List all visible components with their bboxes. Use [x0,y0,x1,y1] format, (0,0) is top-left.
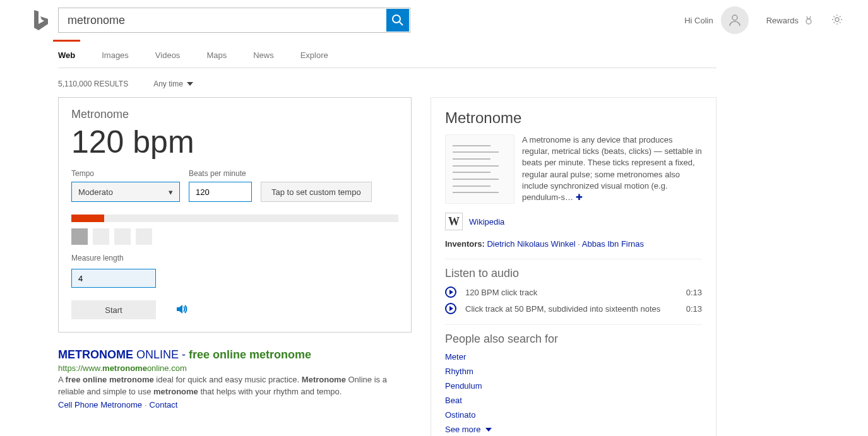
result-sublinks: Cell Phone Metronome·Contact [58,400,412,409]
progress-fill [71,215,104,222]
expand-description[interactable]: ✚ [576,192,583,202]
tab-explore[interactable]: Explore [300,50,328,68]
bpm-label: Beats per minute [189,169,252,178]
tabs-wrap: WebImagesVideosMapsNewsExplore 5,110,000… [58,50,868,88]
pas-link[interactable]: Meter [445,352,702,362]
tempo-label: Tempo [71,169,180,178]
bpm-input[interactable] [189,182,252,202]
header-right: Hi Colin Rewards [684,6,843,34]
start-button[interactable]: Start [71,300,156,319]
pas-link[interactable]: Ostinato [445,410,702,420]
user-greeting[interactable]: Hi Colin [684,6,749,34]
wikipedia-link[interactable]: Wikipedia [469,217,504,227]
metronome-title: Metronome [71,108,398,121]
svg-line-10 [840,22,841,23]
inventor-link[interactable]: Abbas Ibn Firnas [582,239,644,249]
right-column: Metronome A metronome is any device that… [431,97,716,436]
audio-title: 120 BPM click track [465,288,537,297]
divider [445,324,702,325]
kp-inventors: Inventors: Dietrich Nikolaus Winkel · Ab… [445,239,702,249]
sound-toggle[interactable] [175,302,189,318]
rewards-label: Rewards [766,16,799,25]
results-meta: 5,110,000 RESULTS Any time [58,80,868,88]
sublink[interactable]: Contact [150,400,178,409]
tab-news[interactable]: News [253,50,274,68]
settings-button[interactable] [831,14,843,27]
kp-top: A metronome is any device that produces … [445,134,702,204]
beat-indicators [71,228,398,245]
beat-box [114,228,131,245]
svg-point-4 [835,18,839,21]
audio-row: Click track at 50 BPM, subdivided into s… [445,303,702,314]
result-link[interactable]: METRONOME ONLINE - free online metronome [58,348,311,361]
header: Hi Colin Rewards [0,0,868,34]
search-input[interactable] [59,8,386,32]
audio-section-title: Listen to audio [445,267,702,280]
svg-line-9 [834,16,835,17]
gear-icon [831,14,843,25]
speaker-icon [175,302,189,316]
result-cite: https://www.metronomeonline.com [58,363,412,373]
svg-line-11 [834,22,835,23]
metronome-controls: Tempo Moderato ▾ Beats per minute Tap to… [71,169,398,202]
bpm-field: Beats per minute [189,169,252,202]
play-button[interactable] [445,286,456,298]
pas-link[interactable]: Beat [445,396,702,405]
wikipedia-icon: W [445,213,463,230]
tempo-field: Tempo Moderato ▾ [71,169,180,202]
bpm-display: 120 bpm [71,124,398,160]
person-icon [728,13,742,27]
result-snippet: A free online metronome ideal for quick … [58,374,412,397]
result-title[interactable]: METRONOME ONLINE - free online metronome [58,348,412,362]
tempo-select[interactable]: Moderato ▾ [71,182,180,202]
audio-list: 120 BPM click track0:13Click track at 50… [445,286,702,314]
measure-input[interactable] [71,269,156,288]
beat-box [71,228,88,245]
tab-images[interactable]: Images [102,50,129,68]
kp-title: Metronome [445,109,702,127]
time-filter-label: Any time [153,80,183,88]
play-button[interactable] [445,303,456,314]
left-column: Metronome 120 bpm Tempo Moderato ▾ Beats… [58,97,412,436]
tap-tempo-button[interactable]: Tap to set custom tempo [261,182,372,202]
kp-thumbnail[interactable] [445,134,514,204]
search-box [58,8,410,33]
sublink[interactable]: Cell Phone Metronome [58,400,142,409]
audio-title: Click track at 50 BPM, subdivided into s… [465,304,660,314]
metronome-card: Metronome 120 bpm Tempo Moderato ▾ Beats… [58,97,412,333]
pas-title: People also search for [445,333,702,346]
organic-result: METRONOME ONLINE - free online metronome… [58,348,412,409]
rewards-link[interactable]: Rewards [766,15,814,25]
tab-maps[interactable]: Maps [206,50,227,68]
pas-link[interactable]: Pendulum [445,381,702,391]
kp-source: W Wikipedia [445,213,702,230]
svg-point-0 [393,15,400,23]
pas-list: MeterRhythmPendulumBeatOstinato [445,352,702,420]
see-more-link[interactable]: See more [445,425,702,434]
time-filter[interactable]: Any time [153,80,193,88]
audio-duration: 0:13 [686,288,702,297]
progress-bar[interactable] [71,215,398,222]
chevron-down-icon [187,82,193,86]
chevron-down-icon [485,428,492,432]
search-icon [391,14,404,27]
kp-description: A metronome is any device that produces … [522,134,702,204]
search-button[interactable] [386,9,409,32]
knowledge-panel: Metronome A metronome is any device that… [431,97,716,436]
inventor-link[interactable]: Dietrich Nikolaus Winkel [487,239,575,249]
medal-icon [804,15,814,25]
tab-videos[interactable]: Videos [155,50,181,68]
audio-row: 120 BPM click track0:13 [445,286,702,298]
svg-point-3 [806,19,811,24]
tab-web[interactable]: Web [58,50,75,68]
audio-duration: 0:13 [686,304,702,314]
avatar [721,6,749,34]
beat-box [136,228,152,245]
measure-field: Measure length [71,254,398,288]
pas-link[interactable]: Rhythm [445,367,702,376]
results-count: 5,110,000 RESULTS [58,80,128,88]
chevron-down-icon: ▾ [169,187,173,197]
tempo-value: Moderato [78,187,113,197]
bing-logo[interactable] [32,9,49,32]
start-row: Start [71,300,398,319]
